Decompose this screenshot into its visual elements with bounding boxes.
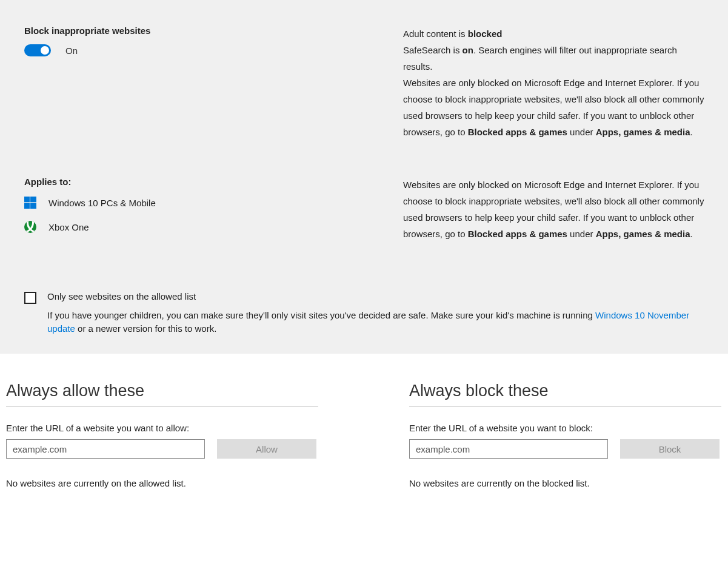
xbox-icon bbox=[24, 221, 36, 233]
block-field-label: Enter the URL of a website you want to b… bbox=[409, 423, 721, 433]
toggle-knob bbox=[41, 46, 49, 55]
allowed-only-checkbox[interactable] bbox=[24, 292, 36, 304]
help-text: or a newer version for this to work. bbox=[75, 323, 216, 334]
block-heading: Always block these bbox=[409, 382, 721, 400]
block-url-input[interactable] bbox=[409, 439, 608, 459]
block-toggle[interactable] bbox=[24, 44, 51, 56]
applies-item-label: Windows 10 PCs & Mobile bbox=[48, 198, 156, 208]
allow-heading: Always allow these bbox=[6, 382, 318, 400]
desc-text: . bbox=[690, 229, 693, 239]
allow-empty-message: No websites are currently on the allowed… bbox=[6, 478, 318, 488]
help-text: If you have younger children, you can ma… bbox=[47, 310, 595, 320]
block-websites-section: Block inappropriate websites On Adult co… bbox=[24, 25, 709, 140]
applies-description: Websites are only blocked on Microsoft E… bbox=[403, 177, 709, 242]
allowed-only-label: Only see websites on the allowed list bbox=[47, 291, 709, 302]
applies-to-section: Applies to: Windows 10 PCs & Mobile Xbox… bbox=[24, 177, 709, 245]
windows-icon bbox=[24, 197, 36, 209]
block-empty-message: No websites are currently on the blocked… bbox=[409, 478, 721, 488]
applies-item-windows: Windows 10 PCs & Mobile bbox=[24, 197, 373, 209]
allow-url-input[interactable] bbox=[6, 439, 205, 459]
desc-text: under bbox=[567, 229, 596, 239]
desc-text: Adult content is bbox=[403, 29, 468, 39]
desc-text: SafeSearch is bbox=[403, 45, 463, 55]
allowed-only-help: If you have younger children, you can ma… bbox=[47, 309, 709, 335]
block-toggle-label: On bbox=[65, 45, 78, 56]
desc-bold: Blocked apps & games bbox=[468, 127, 567, 137]
divider bbox=[409, 406, 721, 407]
block-list-column: Always block these Enter the URL of a we… bbox=[409, 382, 721, 488]
block-title: Block inappropriate websites bbox=[24, 25, 373, 36]
allowed-only-row: Only see websites on the allowed list If… bbox=[24, 291, 709, 335]
allow-button[interactable]: Allow bbox=[217, 439, 316, 459]
desc-bold: Apps, games & media bbox=[596, 127, 690, 137]
applies-heading: Applies to: bbox=[24, 177, 373, 187]
lists-section: Always allow these Enter the URL of a we… bbox=[0, 354, 728, 507]
block-description: Adult content is blocked SafeSearch is o… bbox=[403, 25, 709, 140]
applies-item-label: Xbox One bbox=[48, 222, 89, 232]
divider bbox=[6, 406, 318, 407]
desc-bold: on bbox=[463, 45, 473, 55]
settings-panel: Block inappropriate websites On Adult co… bbox=[0, 0, 728, 354]
block-button[interactable]: Block bbox=[620, 439, 720, 459]
desc-bold: Blocked apps & games bbox=[468, 229, 567, 239]
desc-bold: Apps, games & media bbox=[596, 229, 690, 239]
applies-item-xbox: Xbox One bbox=[24, 221, 373, 233]
desc-text: . bbox=[690, 127, 693, 137]
desc-text: under bbox=[567, 127, 596, 137]
allow-field-label: Enter the URL of a website you want to a… bbox=[6, 423, 318, 433]
desc-bold: blocked bbox=[468, 29, 503, 39]
allow-list-column: Always allow these Enter the URL of a we… bbox=[6, 382, 318, 488]
